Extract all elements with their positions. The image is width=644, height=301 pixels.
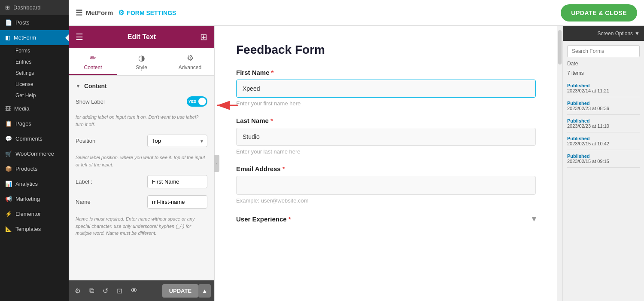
- item-date: 2023/02/23 at 11:10: [567, 123, 640, 129]
- list-item: Published 2023/02/23 at 11:10: [567, 115, 640, 132]
- form-settings-label: FORM SETTINGS: [127, 9, 176, 16]
- sidebar-item-dashboard[interactable]: ⊞ Dashboard: [0, 0, 69, 15]
- item-status: Published: [567, 101, 640, 106]
- sidebar-item-analytics[interactable]: 📊 Analytics: [0, 176, 69, 191]
- user-experience-label: User Experience * ▾: [236, 214, 536, 224]
- responsive-toolbar-icon[interactable]: ⊡: [114, 284, 125, 298]
- show-label-toggle[interactable]: YES: [187, 96, 207, 107]
- position-row: Position Top Left: [76, 135, 207, 147]
- eye-toolbar-icon[interactable]: 👁: [128, 284, 140, 297]
- label-field-input[interactable]: [147, 175, 207, 188]
- sidebar-item-media[interactable]: 🖼 Media: [0, 101, 69, 116]
- sidebar-item-entries[interactable]: Entries: [10, 56, 69, 68]
- sidebar-item-woocommerce[interactable]: 🛒 WooCommerce: [0, 146, 69, 161]
- show-label-row: Show Label YES: [76, 96, 207, 107]
- date-column-label: Date: [567, 61, 578, 67]
- screen-options-label: Screen Options: [597, 31, 633, 37]
- screen-options-button[interactable]: Screen Options ▼: [597, 31, 640, 37]
- last-name-input-box[interactable]: Studio: [236, 128, 536, 146]
- top-bar: ☰ MetForm ⚙ FORM SETTINGS UPDATE & CLOSE: [69, 0, 644, 26]
- form-title: Feedback Form: [236, 43, 536, 57]
- advanced-icon: ⚙: [187, 53, 194, 63]
- sidebar-label: WooCommerce: [15, 150, 54, 157]
- form-field-last-name: Last Name * Studio Enter your last name …: [236, 117, 536, 155]
- main-area: ☰ MetForm ⚙ FORM SETTINGS UPDATE & CLOSE…: [69, 0, 644, 301]
- get-help-label: Get Help: [15, 92, 36, 98]
- right-panel-top-bar: Screen Options ▼: [563, 26, 644, 41]
- sidebar-item-settings[interactable]: Settings: [10, 68, 69, 79]
- pages-icon: 📋: [5, 120, 12, 127]
- show-label-hint: for adding label on input turn it on. Do…: [76, 114, 207, 128]
- sidebar-item-comments[interactable]: 💬 Comments: [0, 131, 69, 146]
- update-close-button[interactable]: UPDATE & CLOSE: [561, 4, 637, 22]
- tab-style-label: Style: [136, 64, 147, 71]
- name-field-label: Name: [76, 199, 91, 205]
- toolbar-update-group: UPDATE ▲: [162, 284, 211, 298]
- settings-label: Settings: [15, 70, 34, 76]
- position-select-wrap: Top Left: [147, 135, 207, 147]
- email-input-box[interactable]: [236, 176, 536, 195]
- panel-hamburger-icon[interactable]: ☰: [76, 32, 83, 42]
- list-item: Published 2023/02/23 at 08:36: [567, 97, 640, 115]
- last-name-placeholder: Enter your last name here: [236, 148, 536, 155]
- section-header: ▼ Content: [76, 83, 207, 89]
- media-icon: 🖼: [5, 105, 11, 112]
- sidebar-label: Comments: [15, 135, 43, 142]
- forms-label: Forms: [15, 48, 30, 54]
- tab-advanced[interactable]: ⚙ Advanced: [166, 48, 214, 75]
- position-select[interactable]: Top Left: [147, 135, 207, 147]
- history-toolbar-icon[interactable]: ↺: [100, 284, 111, 298]
- panel-grid-icon[interactable]: ⊞: [200, 32, 207, 42]
- editor-panel: ☰ Edit Text ⊞ ✏ Content ◑ Style ⚙ Advanc…: [69, 26, 215, 301]
- toolbar-update-button[interactable]: UPDATE: [162, 284, 198, 298]
- sidebar-item-elementor[interactable]: ⚡ Elementor: [0, 206, 69, 221]
- panel-header: ☰ Edit Text ⊞: [69, 26, 214, 48]
- sidebar-item-get-help[interactable]: Get Help: [10, 90, 69, 101]
- first-name-input-box[interactable]: Xpeed: [236, 80, 536, 98]
- section-collapse-arrow[interactable]: ▼: [76, 83, 81, 89]
- sidebar-item-metform[interactable]: ◧ MetForm: [0, 30, 69, 45]
- preview-scrollbar[interactable]: [557, 26, 562, 301]
- sidebar-item-license[interactable]: License: [10, 79, 69, 90]
- tab-content[interactable]: ✏ Content: [69, 48, 117, 75]
- toolbar-more-button[interactable]: ▲: [198, 284, 211, 298]
- section-title: Content: [84, 83, 107, 89]
- panel-collapse-handle[interactable]: ‹: [214, 155, 219, 172]
- sidebar-item-products[interactable]: 📦 Products: [0, 161, 69, 176]
- settings-toolbar-icon[interactable]: ⚙: [72, 284, 83, 298]
- form-settings-link[interactable]: ⚙ FORM SETTINGS: [118, 9, 176, 17]
- top-bar-left: ☰ MetForm ⚙ FORM SETTINGS: [76, 8, 176, 18]
- tab-style[interactable]: ◑ Style: [117, 48, 166, 75]
- toggle-yes-label: YES: [188, 99, 196, 104]
- item-date: 2023/02/15 at 09:15: [567, 159, 640, 164]
- name-field-input[interactable]: [147, 195, 207, 209]
- search-forms-input[interactable]: [567, 45, 640, 57]
- entries-label: Entries: [15, 59, 31, 65]
- collapse-arrow: ‹: [216, 161, 217, 166]
- sidebar-label: Analytics: [15, 181, 38, 187]
- marketing-icon: 📢: [5, 196, 12, 202]
- dropdown-chevron-icon: ▾: [532, 214, 536, 224]
- item-status: Published: [567, 83, 640, 88]
- email-placeholder: Example: user@website.com: [236, 197, 536, 204]
- form-field-first-name: First Name * Xpeed Enter your first name…: [236, 69, 536, 107]
- sidebar-label: Media: [14, 105, 29, 112]
- form-field-email: Email Address * Example: user@website.co…: [236, 165, 536, 204]
- sidebar-item-forms[interactable]: Forms: [10, 45, 69, 56]
- sidebar-item-pages[interactable]: 📋 Pages: [0, 116, 69, 131]
- first-name-label: First Name *: [236, 69, 536, 76]
- layers-toolbar-icon[interactable]: ⧉: [87, 284, 97, 297]
- products-icon: 📦: [5, 166, 12, 172]
- toggle-knob: [198, 98, 206, 105]
- sidebar-label: Templates: [15, 226, 41, 232]
- sidebar-label: Dashboard: [13, 4, 41, 11]
- sidebar-item-templates[interactable]: 📐 Templates: [0, 221, 69, 236]
- item-date: 2023/02/15 at 10:42: [567, 141, 640, 146]
- sidebar-active-arrow: [65, 34, 69, 41]
- bottom-toolbar: ⚙ ⧉ ↺ ⊡ 👁 UPDATE ▲: [69, 280, 214, 301]
- list-item: Published 2023/02/15 at 09:15: [567, 150, 640, 168]
- sidebar-label: Pages: [15, 120, 31, 127]
- item-date: 2023/02/23 at 08:36: [567, 106, 640, 111]
- sidebar-item-posts[interactable]: 📄 Posts: [0, 15, 69, 30]
- sidebar-item-marketing[interactable]: 📢 Marketing: [0, 191, 69, 206]
